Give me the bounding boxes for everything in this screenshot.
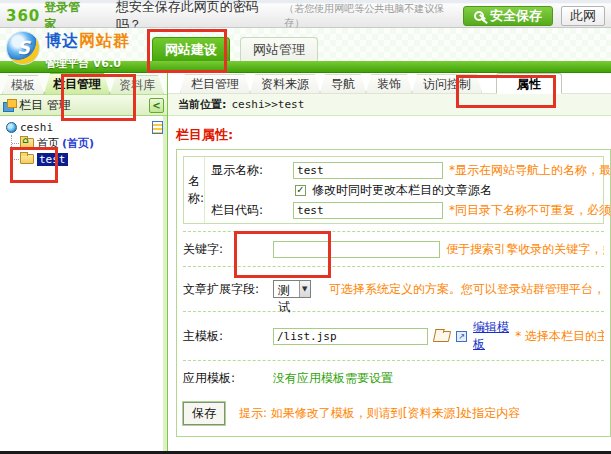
test-folder-icon bbox=[20, 154, 34, 164]
breadcrumb-label: 当前位置: bbox=[178, 97, 226, 112]
save-button[interactable]: 保存 bbox=[183, 402, 225, 425]
app-header: 博达网站群 管理平台 V6.0 网站建设 网站管理 bbox=[0, 28, 611, 61]
tab-access-control[interactable]: 访问控制 bbox=[412, 74, 482, 93]
sidebar: 模板 栏目管理 资料库 栏目 管理 < ceshi 首页 (首页) bbox=[0, 73, 168, 451]
separator bbox=[183, 311, 604, 312]
tab-site-management[interactable]: 网站管理 bbox=[240, 37, 318, 61]
edit-template-link[interactable]: 编辑模板 bbox=[473, 319, 509, 353]
attributes-form: 名称: 显示名称: *显示在网站导航上的名称，最多由200 ✓ 修改时同时更改本… bbox=[176, 149, 611, 437]
sidebar-panel-title: 栏目 管理 bbox=[19, 97, 71, 114]
tab-column-management[interactable]: 栏目管理 bbox=[180, 74, 250, 93]
app-title: 博达网站群 bbox=[45, 31, 130, 52]
breadcrumb-path: ceshi>>test bbox=[231, 98, 304, 111]
dismiss-save-button[interactable]: 此网 bbox=[561, 6, 605, 26]
sidebar-panel-header: 栏目 管理 < bbox=[0, 94, 167, 116]
keyword-note: 便于搜索引擎收录的关键字，多个关键字用逗 bbox=[446, 241, 604, 258]
save-tip: 提示: 如果修改了模板，则请到[资料来源]处指定内容 bbox=[239, 405, 520, 422]
save-password-hint: （若您使用网吧等公共电脑不建议保存） bbox=[284, 2, 455, 30]
tree-node-root[interactable]: ceshi bbox=[6, 120, 163, 135]
rename-source-checkbox[interactable]: ✓ bbox=[295, 185, 306, 196]
header-tab-bar: 网站建设 网站管理 bbox=[152, 28, 318, 61]
separator bbox=[183, 231, 604, 232]
sidebar-tab-templates[interactable]: 模板 bbox=[2, 75, 44, 94]
sidebar-collapse-button[interactable]: < bbox=[149, 98, 164, 113]
display-name-note: *显示在网站导航上的名称，最多由200 bbox=[449, 162, 611, 179]
ext-field-selected-value: 测试 bbox=[274, 281, 299, 297]
separator bbox=[183, 266, 604, 267]
safe-save-button[interactable]: 安全保存 bbox=[463, 6, 553, 26]
applied-template-label: 应用模板: bbox=[183, 370, 267, 387]
ext-field-label: 文章扩展字段: bbox=[183, 281, 267, 298]
safe-save-label: 安全保存 bbox=[490, 7, 542, 25]
separator bbox=[183, 360, 604, 361]
tree-root-label: ceshi bbox=[20, 121, 53, 134]
column-code-label: 栏目代码: bbox=[211, 202, 287, 219]
tree-node-test[interactable]: test bbox=[12, 151, 163, 167]
ext-field-note: 可选择系统定义的方案。您可以登录站群管理平台，在“站群设置>>文章 bbox=[329, 281, 604, 298]
column-code-input[interactable] bbox=[293, 202, 443, 219]
tab-data-source[interactable]: 资料来源 bbox=[250, 74, 320, 93]
main-tab-bar: 栏目管理 资料来源 导航 装饰 访问控制 属性 bbox=[168, 73, 611, 94]
tab-decoration[interactable]: 装饰 bbox=[366, 74, 412, 93]
main-panel: 栏目管理 资料来源 导航 装饰 访问控制 属性 当前位置: ceshi>>tes… bbox=[168, 73, 611, 451]
test-node-label: test bbox=[37, 153, 68, 166]
app-title-blue: 博达 bbox=[45, 31, 79, 50]
name-group: 名称: 显示名称: *显示在网站导航上的名称，最多由200 ✓ 修改时同时更改本… bbox=[183, 156, 604, 224]
key-icon bbox=[474, 10, 486, 22]
boda-swirl-icon bbox=[6, 31, 40, 65]
chevron-down-icon: ▼ bbox=[299, 281, 310, 297]
name-label: 名称: bbox=[184, 157, 205, 223]
app-title-orange: 网站群 bbox=[79, 31, 130, 50]
applied-template-value: 没有应用模板需要设置 bbox=[273, 370, 393, 387]
keyword-label: 关键字: bbox=[183, 241, 267, 258]
display-name-input[interactable] bbox=[293, 162, 443, 179]
section-title: 栏目属性: bbox=[176, 126, 611, 144]
display-name-label: 显示名称: bbox=[211, 162, 287, 179]
home-node-label: 首页 bbox=[37, 136, 59, 151]
breadcrumb: 当前位置: ceshi>>test bbox=[168, 94, 611, 116]
tree-node-home[interactable]: 首页 (首页) bbox=[12, 135, 163, 151]
rename-source-checkbox-label: 修改时同时更改本栏目的文章源名 bbox=[312, 182, 492, 199]
sidebar-tab-column-management[interactable]: 栏目管理 bbox=[44, 73, 110, 94]
tab-attributes[interactable]: 属性 bbox=[496, 73, 562, 94]
home-folder-icon bbox=[20, 138, 34, 148]
attributes-content: 栏目属性: 名称: 显示名称: *显示在网站导航上的名称，最多由200 ✓ 修改… bbox=[168, 116, 611, 451]
column-code-note: *同目录下名称不可重复，必须以英文开 bbox=[449, 202, 611, 219]
ext-field-select[interactable]: 测试 ▼ bbox=[273, 280, 311, 298]
360-password-bar: 360 登录管家 想安全保存此网页的密码吗？ （若您使用网吧等公共电脑不建议保存… bbox=[0, 4, 611, 28]
keyword-input[interactable] bbox=[273, 241, 440, 258]
column-manage-icon bbox=[3, 99, 15, 111]
main-template-note: * 选择本栏目的主模板 bbox=[515, 328, 604, 345]
main-template-input[interactable] bbox=[273, 328, 428, 345]
workspace: 模板 栏目管理 资料库 栏目 管理 < ceshi 首页 (首页) bbox=[0, 73, 611, 451]
tree-children: 首页 (首页) test bbox=[11, 135, 163, 167]
360-logo: 360 bbox=[6, 7, 40, 25]
browse-template-icon[interactable] bbox=[433, 331, 451, 342]
site-globe-icon bbox=[6, 122, 17, 133]
app-version: V6.0 bbox=[93, 57, 121, 70]
tab-site-construction[interactable]: 网站建设 bbox=[152, 37, 230, 61]
tab-navigation[interactable]: 导航 bbox=[320, 74, 366, 93]
sidebar-tab-library[interactable]: 资料库 bbox=[110, 75, 164, 94]
column-tree: ceshi 首页 (首页) test bbox=[0, 116, 167, 451]
column-list-icon[interactable] bbox=[152, 121, 163, 134]
sidebar-tab-bar: 模板 栏目管理 资料库 bbox=[0, 73, 167, 94]
edit-template-icon[interactable]: ↗ bbox=[456, 331, 467, 342]
main-template-label: 主模板: bbox=[183, 328, 267, 345]
app-subtitle: 管理平台 V6.0 bbox=[45, 56, 130, 71]
app-logo: 博达网站群 管理平台 V6.0 bbox=[6, 31, 130, 71]
dismiss-save-label: 此网 bbox=[570, 8, 596, 23]
home-node-suffix: (首页) bbox=[62, 136, 94, 151]
